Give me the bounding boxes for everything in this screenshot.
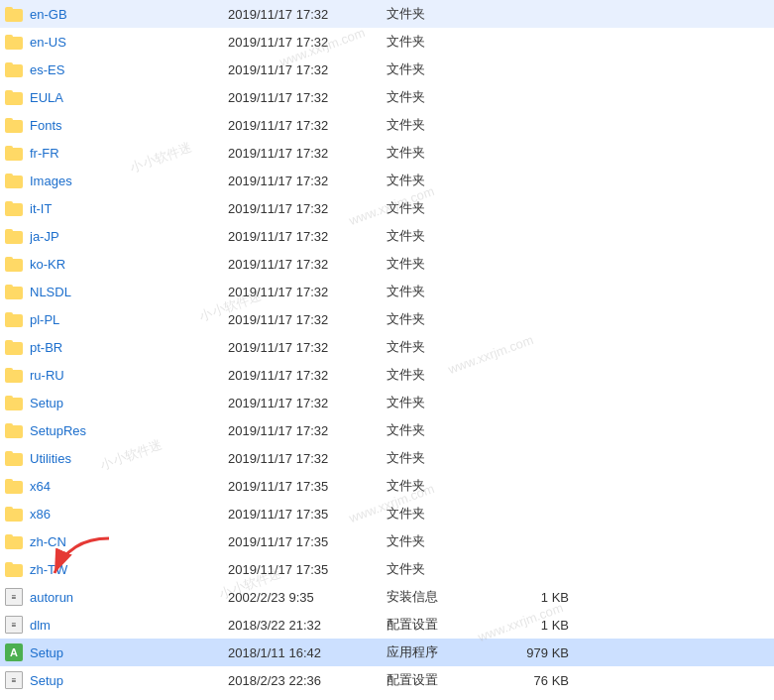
list-item[interactable]: ≡ dlm 2018/3/22 21:32 配置设置 1 KB	[0, 611, 774, 639]
list-item[interactable]: zh-TW 2019/11/17 17:35 文件夹	[0, 555, 774, 583]
file-date: 2019/11/17 17:32	[228, 174, 387, 188]
file-name: SetupRes	[30, 423, 228, 438]
list-item[interactable]: EULA 2019/11/17 17:32 文件夹	[0, 83, 774, 111]
file-date: 2019/11/17 17:32	[228, 368, 387, 383]
list-item[interactable]: x64 2019/11/17 17:35 文件夹	[0, 472, 774, 500]
file-name: en-US	[30, 35, 228, 50]
file-icon-container	[4, 504, 24, 524]
file-type: 文件夹	[387, 88, 505, 106]
file-name: Images	[30, 174, 228, 188]
list-item[interactable]: zh-CN 2019/11/17 17:35 文件夹	[0, 527, 774, 555]
file-icon-container	[4, 476, 24, 496]
list-item[interactable]: it-IT 2019/11/17 17:32 文件夹	[0, 194, 774, 222]
list-item[interactable]: ≡ Setup 2018/2/23 22:36 配置设置 76 KB	[0, 666, 774, 694]
list-item[interactable]: en-US 2019/11/17 17:32 文件夹	[0, 28, 774, 56]
list-item[interactable]: SetupRes 2019/11/17 17:32 文件夹	[0, 416, 774, 444]
file-icon-container	[4, 87, 24, 107]
file-name: Setup	[30, 645, 228, 660]
file-name: Setup	[30, 396, 228, 410]
config-icon: ≡	[5, 588, 23, 606]
file-type: 文件夹	[387, 477, 505, 495]
file-date: 2019/11/17 17:32	[228, 62, 387, 77]
list-item[interactable]: Utilities 2019/11/17 17:32 文件夹	[0, 444, 774, 472]
file-name: en-GB	[30, 7, 228, 22]
list-item[interactable]: pt-BR 2019/11/17 17:32 文件夹	[0, 333, 774, 361]
folder-icon	[5, 396, 23, 410]
file-date: 2019/11/17 17:35	[228, 562, 387, 577]
config-icon: ≡	[5, 616, 23, 634]
file-type: 文件夹	[387, 338, 505, 356]
file-date: 2019/11/17 17:32	[228, 340, 387, 355]
folder-icon	[5, 257, 23, 272]
list-item[interactable]: NLSDL 2019/11/17 17:32 文件夹	[0, 278, 774, 305]
list-item[interactable]: x86 2019/11/17 17:35 文件夹	[0, 500, 774, 527]
file-date: 2019/11/17 17:32	[228, 201, 387, 216]
folder-icon	[5, 285, 23, 299]
list-item[interactable]: ja-JP 2019/11/17 17:32 文件夹	[0, 222, 774, 250]
file-icon-container	[4, 448, 24, 468]
folder-icon	[5, 62, 23, 77]
file-icon-container	[4, 393, 24, 412]
file-name: ja-JP	[30, 229, 228, 244]
file-type: 配置设置	[387, 671, 505, 689]
file-type: 文件夹	[387, 310, 505, 328]
file-size: 1 KB	[505, 590, 585, 605]
folder-icon	[5, 507, 23, 522]
file-name: ko-KR	[30, 257, 228, 272]
file-type: 文件夹	[387, 505, 505, 523]
file-name: ru-RU	[30, 368, 228, 383]
file-date: 2019/11/17 17:32	[228, 257, 387, 272]
file-icon-container	[4, 171, 24, 190]
file-date: 2019/11/17 17:32	[228, 35, 387, 50]
file-date: 2019/11/17 17:32	[228, 146, 387, 161]
list-item[interactable]: Setup 2019/11/17 17:32 文件夹	[0, 389, 774, 416]
file-date: 2019/11/17 17:35	[228, 534, 387, 549]
folder-icon	[5, 423, 23, 438]
file-name: Utilities	[30, 451, 228, 466]
list-item[interactable]: pl-PL 2019/11/17 17:32 文件夹	[0, 305, 774, 333]
file-type: 文件夹	[387, 116, 505, 134]
file-date: 2019/11/17 17:32	[228, 118, 387, 133]
file-type: 文件夹	[387, 532, 505, 550]
folder-icon	[5, 90, 23, 105]
file-date: 2019/11/17 17:35	[228, 507, 387, 522]
file-date: 2019/11/17 17:32	[228, 423, 387, 438]
list-item[interactable]: A Setup 2018/1/11 16:42 应用程序 979 KB	[0, 639, 774, 666]
file-type: 文件夹	[387, 199, 505, 217]
file-icon-container: ≡	[4, 587, 24, 607]
folder-icon	[5, 368, 23, 383]
file-icon-container	[4, 254, 24, 274]
file-name: Fonts	[30, 118, 228, 133]
file-name: NLSDL	[30, 285, 228, 299]
list-item[interactable]: ko-KR 2019/11/17 17:32 文件夹	[0, 250, 774, 278]
file-date: 2019/11/17 17:32	[228, 229, 387, 244]
config-icon: ≡	[5, 671, 23, 689]
file-type: 配置设置	[387, 616, 505, 634]
file-type: 文件夹	[387, 172, 505, 189]
folder-icon	[5, 174, 23, 188]
list-item[interactable]: Images 2019/11/17 17:32 文件夹	[0, 167, 774, 194]
file-name: zh-CN	[30, 534, 228, 549]
file-date: 2019/11/17 17:35	[228, 479, 387, 494]
list-item[interactable]: es-ES 2019/11/17 17:32 文件夹	[0, 56, 774, 83]
list-item[interactable]: ≡ autorun 2002/2/23 9:35 安装信息 1 KB	[0, 583, 774, 611]
file-icon-container	[4, 115, 24, 135]
file-date: 2019/11/17 17:32	[228, 90, 387, 105]
file-size: 1 KB	[505, 618, 585, 633]
file-type: 文件夹	[387, 283, 505, 300]
list-item[interactable]: fr-FR 2019/11/17 17:32 文件夹	[0, 139, 774, 167]
file-date: 2019/11/17 17:32	[228, 7, 387, 22]
file-type: 文件夹	[387, 366, 505, 384]
folder-icon	[5, 146, 23, 161]
file-type: 应用程序	[387, 643, 505, 661]
file-name: autorun	[30, 590, 228, 605]
file-date: 2019/11/17 17:32	[228, 396, 387, 410]
file-icon-container	[4, 4, 24, 24]
file-type: 安装信息	[387, 588, 505, 606]
file-icon-container	[4, 198, 24, 218]
list-item[interactable]: Fonts 2019/11/17 17:32 文件夹	[0, 111, 774, 139]
list-item[interactable]: ru-RU 2019/11/17 17:32 文件夹	[0, 361, 774, 389]
list-item[interactable]: en-GB 2019/11/17 17:32 文件夹	[0, 0, 774, 28]
folder-icon	[5, 201, 23, 216]
file-type: 文件夹	[387, 60, 505, 78]
